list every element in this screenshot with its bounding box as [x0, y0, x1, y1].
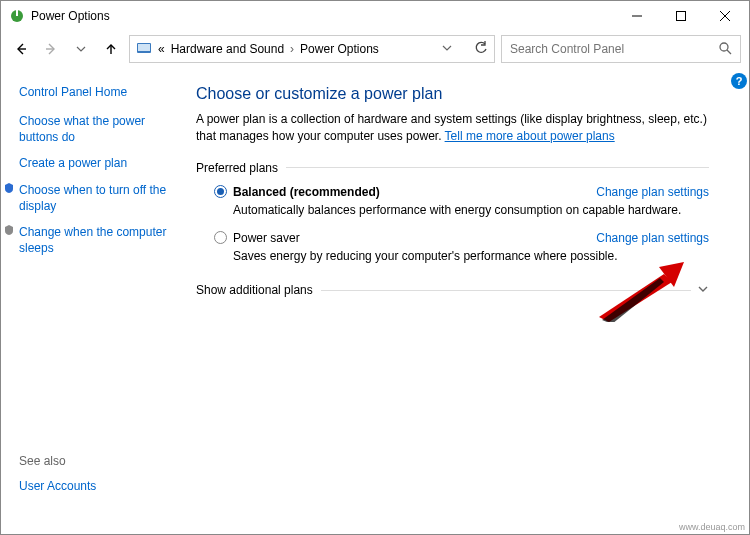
minimize-button[interactable] — [615, 1, 659, 31]
svg-marker-15 — [602, 278, 664, 322]
sidebar-link-computer-sleeps[interactable]: Change when the computer sleeps — [19, 224, 176, 256]
change-plan-settings-link[interactable]: Change plan settings — [596, 185, 709, 199]
plan-power-saver: Power saver Change plan settings Saves e… — [214, 231, 709, 263]
search-box[interactable] — [501, 35, 741, 63]
annotation-arrow — [594, 262, 684, 322]
address-dropdown-icon[interactable] — [442, 42, 452, 56]
breadcrumb-parent[interactable]: Hardware and Sound — [171, 42, 284, 56]
plan-name[interactable]: Balanced (recommended) — [233, 185, 380, 199]
nav-bar: « Hardware and Sound › Power Options — [1, 31, 749, 67]
breadcrumb-sep: › — [290, 42, 294, 56]
chevron-down-icon — [691, 283, 709, 298]
svg-line-12 — [727, 50, 731, 54]
recent-dropdown[interactable] — [69, 37, 93, 61]
see-also-link-label: User Accounts — [19, 478, 96, 494]
search-input[interactable] — [510, 42, 718, 56]
address-bar[interactable]: « Hardware and Sound › Power Options — [129, 35, 495, 63]
breadcrumb-current[interactable]: Power Options — [300, 42, 379, 56]
window-controls — [615, 1, 747, 31]
app-icon — [9, 8, 25, 24]
sidebar-link-label: Change when the computer sleeps — [19, 224, 176, 256]
svg-rect-1 — [16, 10, 18, 16]
shield-icon — [3, 182, 17, 214]
sidebar-link-label: Choose when to turn off the display — [19, 182, 176, 214]
svg-point-11 — [720, 43, 728, 51]
plan-radio-balanced[interactable] — [214, 185, 227, 198]
sidebar-link-turn-off-display[interactable]: Choose when to turn off the display — [19, 182, 176, 214]
up-button[interactable] — [99, 37, 123, 61]
svg-rect-10 — [138, 44, 150, 51]
learn-more-link[interactable]: Tell me more about power plans — [445, 129, 615, 143]
sidebar-link-power-buttons[interactable]: Choose what the power buttons do — [19, 113, 176, 145]
control-panel-icon — [136, 40, 152, 59]
watermark: www.deuaq.com — [679, 522, 745, 532]
breadcrumb-prefix: « — [158, 42, 165, 56]
refresh-button[interactable] — [474, 41, 488, 58]
see-also-label: See also — [19, 454, 176, 468]
title-bar: Power Options — [1, 1, 749, 31]
sidebar: Control Panel Home Choose what the power… — [1, 67, 186, 534]
back-button[interactable] — [9, 37, 33, 61]
search-icon[interactable] — [718, 41, 732, 58]
sidebar-link-create-plan[interactable]: Create a power plan — [19, 155, 176, 171]
preferred-plans-header: Preferred plans — [196, 161, 709, 175]
close-button[interactable] — [703, 1, 747, 31]
plan-balanced: Balanced (recommended) Change plan setti… — [214, 185, 709, 217]
window-title: Power Options — [31, 9, 615, 23]
plan-description: Saves energy by reducing your computer's… — [233, 249, 709, 263]
sidebar-link-label: Choose what the power buttons do — [19, 113, 176, 145]
shield-icon — [3, 224, 17, 256]
maximize-button[interactable] — [659, 1, 703, 31]
control-panel-home-link[interactable]: Control Panel Home — [19, 85, 176, 99]
plan-radio-power-saver[interactable] — [214, 231, 227, 244]
change-plan-settings-link[interactable]: Change plan settings — [596, 231, 709, 245]
sidebar-link-label: Create a power plan — [19, 155, 127, 171]
svg-rect-3 — [677, 12, 686, 21]
forward-button[interactable] — [39, 37, 63, 61]
see-also-user-accounts[interactable]: User Accounts — [19, 478, 176, 494]
main-content: Choose or customize a power plan A power… — [186, 67, 749, 534]
page-title: Choose or customize a power plan — [196, 85, 709, 103]
plan-name[interactable]: Power saver — [233, 231, 300, 245]
plan-description: Automatically balances performance with … — [233, 203, 709, 217]
page-description: A power plan is a collection of hardware… — [196, 111, 709, 145]
